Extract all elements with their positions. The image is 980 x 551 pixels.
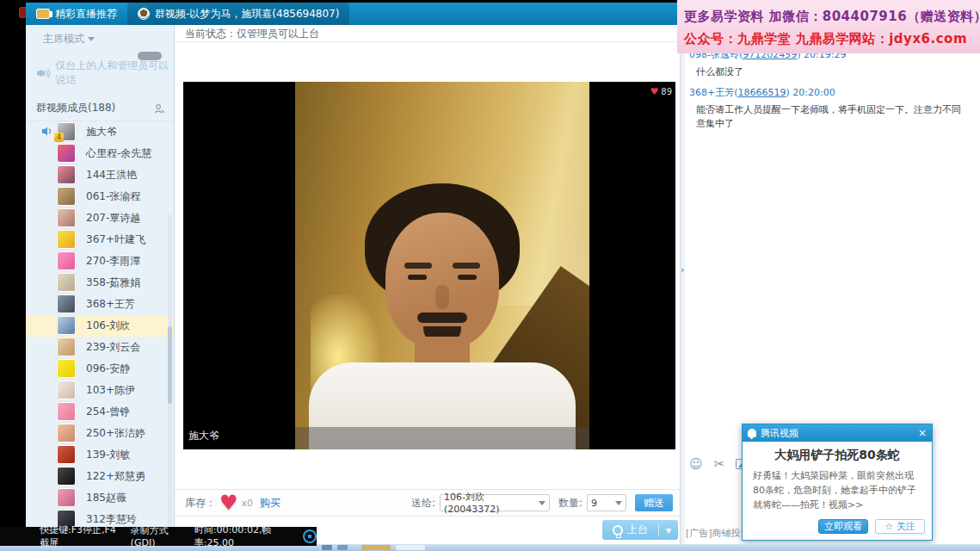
person-nose: [435, 285, 449, 309]
avatar: [57, 251, 76, 270]
stock-count: x0: [242, 498, 254, 509]
message-time: 20:20:00: [792, 87, 835, 98]
recorder-bar: 快捷键:F3停止,F4截屏 录制方式(GDI) 时间:00:00:02,帧率:2…: [0, 527, 317, 546]
send-to-label: 送给:: [411, 496, 435, 511]
send-to-dropdown[interactable]: 106-刘欣(20043372): [440, 494, 550, 511]
member-row[interactable]: 144王洪艳: [26, 164, 174, 186]
member-list: 4 施大爷 心里程-余先慧: [26, 121, 174, 551]
video-bottom-overlay: [295, 427, 589, 449]
chat-resize-grip[interactable]: [138, 52, 162, 60]
tab-live-recommend[interactable]: 精彩直播推荐: [26, 3, 127, 25]
avatar: [57, 359, 76, 378]
avatar: [57, 337, 76, 356]
member-row[interactable]: 239-刘云会: [26, 337, 174, 358]
member-name: 施大爷: [86, 125, 117, 139]
go-on-stage-button[interactable]: 上台 ▾: [602, 520, 678, 540]
stage-status: 当前状态：仅管理员可以上台: [175, 25, 680, 42]
person-brow: [453, 263, 480, 269]
send-gift-button[interactable]: 赠送: [635, 494, 673, 511]
avatar: [57, 144, 76, 163]
member-row[interactable]: 心里程-余先慧: [26, 143, 174, 164]
member-row[interactable]: 250+张洁婷: [26, 423, 174, 444]
sender-uid-link[interactable]: 18666519: [738, 87, 786, 98]
member-search-icon[interactable]: [153, 102, 165, 115]
taskbar-icon[interactable]: [322, 545, 332, 550]
chair-mode-dropdown[interactable]: 主席模式: [26, 25, 174, 52]
sidebar: 主席模式 仅台上的人和管理员可以说话 群视频成员(188): [26, 25, 175, 544]
member-row[interactable]: 254-曾铮: [26, 401, 174, 423]
avatar: [57, 294, 76, 313]
send-to-value: 106-刘欣(20043372): [444, 491, 534, 515]
speaker-icon: [41, 126, 52, 137]
member-row[interactable]: 139-刘敏: [26, 444, 174, 466]
like-count: 89: [661, 87, 672, 96]
member-name: 139-刘敏: [86, 448, 130, 462]
member-name: 207-覃诗越: [86, 211, 140, 226]
sender-name: 368+王芳: [689, 87, 734, 98]
close-icon[interactable]: ×: [918, 427, 927, 439]
tencent-video-popup: 腾讯视频 × 大妈用铲子拍死80条蛇 好勇猛！大妈菜园种菜，眼前突然出现80条蛇…: [742, 424, 933, 541]
member-name: 367+叶建飞: [86, 232, 145, 247]
bell-icon: [748, 429, 756, 437]
stage-dropdown-arrow[interactable]: ▾: [659, 524, 678, 536]
webcam-icon: [138, 8, 150, 20]
member-row[interactable]: 106-刘欣: [26, 315, 174, 337]
gift-bar: 库存： ♥ x0 购买 送给: 106-刘欣(20043372) 数量: 9 赠…: [175, 489, 680, 517]
avatar: [57, 316, 76, 335]
taskbar-app-button[interactable]: [396, 545, 425, 550]
member-row[interactable]: 207-覃诗越: [26, 207, 174, 229]
member-row[interactable]: 358-茹雅娟: [26, 272, 174, 294]
broadcaster-name-label: 施大爷: [188, 429, 219, 443]
video-feed: [295, 82, 589, 449]
member-row[interactable]: 270-李雨潭: [26, 251, 174, 272]
member-name: 061-张渝程: [86, 189, 140, 204]
taskbar-icon[interactable]: [337, 545, 348, 550]
promo-banner: 更多易学资料 加微信：804407916（赠送资料） 公众号：九鼎学堂 九鼎易学…: [677, 0, 980, 53]
stock-label: 库存：: [185, 496, 216, 511]
taskbar-app-button[interactable]: [361, 545, 391, 550]
tab-group-video[interactable]: 群视频-以梦为马，施琪嘉(485694807): [127, 3, 349, 25]
popup-header: 腾讯视频 ×: [743, 424, 932, 442]
member-name: 106-刘欣: [86, 319, 130, 333]
member-row[interactable]: 367+叶建飞: [26, 229, 174, 251]
scrollbar-thumb[interactable]: [168, 326, 172, 404]
main-panel: 当前状态：仅管理员可以上台 施大爷: [175, 25, 680, 544]
popup-more-link[interactable]: 视频>>: [829, 499, 863, 511]
member-row[interactable]: 103+陈伊: [26, 380, 174, 401]
titlebar: 精彩直播推荐 群视频-以梦为马，施琪嘉(485694807): [26, 3, 677, 25]
qty-value: 9: [591, 498, 597, 509]
chat-toolbar: ☺ ✂: [689, 456, 749, 472]
avatar: [57, 445, 76, 464]
message-text: 什么都没了: [686, 62, 970, 81]
popup-buttons: 立即观看 ☆ 关注: [818, 519, 925, 534]
member-row[interactable]: 4 施大爷: [26, 121, 174, 143]
panel-splitter[interactable]: ›: [680, 25, 686, 544]
member-row[interactable]: 096-安静: [26, 358, 174, 380]
avatar: [57, 467, 76, 486]
like-counter: ♥ 89: [650, 86, 672, 97]
follow-button[interactable]: ☆ 关注: [875, 519, 925, 534]
member-row[interactable]: 061-张渝程: [26, 186, 174, 207]
qty-dropdown[interactable]: 9: [587, 494, 626, 511]
member-row[interactable]: 185赵薇: [26, 487, 174, 509]
gift-heart-icon[interactable]: ♥: [219, 492, 238, 513]
message-header: 368+王芳(18666519) 20:20:00: [686, 86, 970, 100]
emoticon-icon[interactable]: ☺: [689, 456, 703, 472]
recorder-time: 时间:00:00:02,帧率:25.00: [194, 523, 291, 549]
avatar: [57, 208, 76, 227]
popup-title[interactable]: 大妈用铲子拍死80条蛇: [743, 448, 932, 463]
member-row[interactable]: 368+王芳: [26, 294, 174, 315]
member-list-scrollbar[interactable]: [168, 214, 172, 551]
collapse-chevron-icon[interactable]: ›: [681, 264, 685, 276]
screenshot-scissors-icon[interactable]: ✂: [714, 456, 725, 472]
member-name: 185赵薇: [86, 491, 126, 505]
watch-now-button[interactable]: 立即观看: [818, 519, 868, 534]
heart-icon: ♥: [650, 86, 658, 97]
chevron-down-icon: [88, 37, 95, 41]
stop-record-button[interactable]: [303, 529, 317, 543]
member-name: 250+张洁婷: [86, 426, 145, 441]
avatar: [57, 273, 76, 292]
member-row[interactable]: 122+郑慧勇: [26, 466, 174, 487]
chat-message: 368+王芳(18666519) 20:20:00 能否请工作人员提醒一下老师哦…: [686, 86, 970, 133]
buy-link[interactable]: 购买: [260, 496, 280, 511]
